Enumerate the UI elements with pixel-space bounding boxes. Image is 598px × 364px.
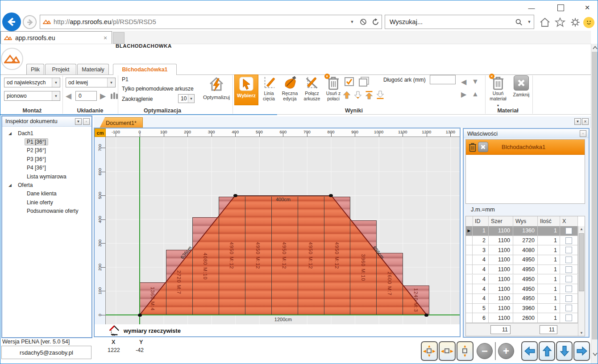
stop-icon[interactable] (357, 18, 369, 25)
optimize-button[interactable]: Optymalizuj (201, 74, 232, 105)
nudge-left-icon[interactable]: ◀ (461, 78, 466, 86)
select-tool-button[interactable]: Wybierz (234, 74, 258, 105)
doc-close-icon[interactable]: × (582, 118, 589, 125)
back-icon[interactable] (2, 12, 21, 31)
cut-line-button[interactable]: Linia cięcia (259, 74, 279, 105)
search-dropdown-icon[interactable]: ▼ (525, 20, 534, 24)
cell-wys[interactable]: 4950 (513, 284, 538, 294)
offset-right-arrow-icon[interactable]: ▶ (100, 91, 106, 101)
ribbon-tab-blachodachowka[interactable]: Blchodachówka1 (113, 64, 177, 75)
cell-szer[interactable]: 1100 (489, 265, 513, 274)
merge-sheets-button[interactable]: Połącz arkusze (301, 74, 323, 105)
cell-x[interactable] (560, 255, 578, 265)
page-scrollbar[interactable] (591, 44, 598, 364)
search-box[interactable]: Wyszukaj... ▼ (385, 15, 534, 29)
cell-wys[interactable]: 4950 (513, 294, 538, 303)
corner-node[interactable] (424, 314, 428, 317)
cell-ilość[interactable]: 1 (538, 313, 560, 323)
manual-edit-button[interactable]: Ręczna edycja (280, 74, 300, 105)
row-checkbox[interactable] (565, 314, 572, 321)
cell-ilość[interactable]: 1 (538, 226, 560, 236)
offset-left-arrow-icon[interactable]: ◀ (66, 91, 71, 101)
nudge-up-icon[interactable]: ▲ (472, 90, 479, 98)
table-scrollbar[interactable]: ▲▼ (578, 226, 585, 336)
row-checkbox[interactable] (565, 295, 572, 302)
cell-szer[interactable]: 1100 (489, 304, 513, 313)
pan-right-button[interactable] (573, 341, 590, 361)
checkbox-unchecked-icon[interactable] (358, 77, 369, 87)
table-row[interactable]: 4110049501 (466, 265, 578, 275)
home-icon[interactable] (539, 17, 551, 28)
cell-x[interactable] (560, 304, 578, 313)
pan-left-button[interactable] (521, 341, 538, 361)
scrollbar-thumb[interactable] (592, 52, 598, 339)
browser-tab[interactable]: app.rsroofs.eu × (0, 31, 112, 44)
rounding-select[interactable]: 10▼ (178, 94, 195, 103)
nudge-down-icon[interactable]: ▼ (472, 78, 479, 86)
cell-id[interactable]: 5 (473, 304, 489, 313)
cell-wys[interactable]: 4950 (513, 275, 538, 284)
cell-wys[interactable]: 2600 (513, 313, 538, 323)
settings-gear-icon[interactable] (569, 17, 581, 28)
corner-node[interactable] (233, 194, 237, 197)
tree-item-p4-36-[interactable]: P4 [36°] (2, 164, 91, 172)
url-bar[interactable]: http://app.rsroofs.eu/pl/RSD5/RSD5 ▼ (40, 15, 382, 29)
row-checkbox[interactable] (565, 237, 572, 244)
cell-szer[interactable]: 1100 (489, 275, 513, 284)
cell-wys[interactable]: 1360 (513, 226, 538, 236)
zoom-fit-height-button[interactable]: ▲▼ (457, 341, 473, 361)
cell-x[interactable] (560, 226, 578, 236)
material-trash-icon[interactable] (468, 142, 477, 153)
move-up-icon[interactable] (342, 91, 351, 99)
zoom-fit-width-button[interactable]: ◀▶ (439, 341, 456, 361)
url-dropdown-icon[interactable]: ▼ (347, 20, 357, 24)
close-icon[interactable]: × (582, 2, 593, 13)
move-down-icon[interactable] (353, 91, 362, 99)
tab-close-icon[interactable]: × (99, 34, 112, 41)
row-checkbox[interactable] (565, 276, 572, 282)
table-row[interactable]: 6110026001 (466, 313, 578, 323)
cell-x[interactable] (560, 313, 578, 323)
row-checkbox[interactable] (565, 228, 572, 234)
row-checkbox[interactable] (565, 305, 572, 311)
tree-item-dane-klienta[interactable]: Dane klienta (2, 190, 91, 198)
table-row[interactable]: 4110049501 (466, 275, 578, 285)
checkbox-checked-icon[interactable] (344, 77, 355, 87)
table-scrollbar-thumb[interactable] (579, 233, 584, 291)
cell-x[interactable] (560, 275, 578, 284)
cell-x[interactable] (560, 294, 578, 303)
row-checkbox[interactable] (565, 266, 572, 273)
close-material-button[interactable]: Zamknij (511, 74, 532, 105)
tree-expander-icon[interactable]: ◢ (8, 131, 16, 136)
cell-ilość[interactable]: 1 (538, 236, 560, 245)
cell-ilość[interactable]: 1 (538, 304, 560, 313)
minimize-icon[interactable]: — (526, 3, 537, 12)
cell-wys[interactable]: 4950 (513, 255, 538, 265)
ribbon-tab-projekt[interactable]: Projekt (45, 64, 76, 74)
direction-select[interactable]: pionowo▼ (4, 91, 60, 101)
cell-x[interactable] (560, 265, 578, 274)
remove-material-button[interactable]: × Usuń materiał ▼ (488, 74, 508, 105)
column-header-ilość[interactable]: Ilość (538, 216, 560, 226)
cell-id[interactable]: 4 (473, 255, 489, 265)
move-to-bottom-icon[interactable] (376, 91, 385, 99)
cell-id[interactable]: 4 (473, 275, 489, 284)
column-header-szer[interactable]: Szer (489, 216, 513, 226)
offset-input[interactable]: 0 (75, 91, 97, 101)
table-scroll-up-icon[interactable]: ▲ (578, 227, 585, 231)
cell-wys[interactable]: 4950 (513, 265, 538, 274)
row-checkbox[interactable] (565, 256, 572, 263)
pan-up-button[interactable] (539, 341, 555, 361)
sort-order-select[interactable]: od najwiekszych▼ (4, 78, 60, 87)
cell-id[interactable]: 2 (473, 236, 489, 245)
table-row[interactable]: 2110027201 (466, 236, 578, 246)
scroll-up-icon[interactable] (593, 46, 598, 50)
tree-item-dach1[interactable]: ◢Dach1 (2, 129, 91, 137)
tree-item-p3-36-[interactable]: P3 [36°] (2, 155, 91, 163)
cell-wys[interactable]: 4080 (513, 245, 538, 255)
scroll-down-icon[interactable] (593, 352, 598, 356)
cell-ilość[interactable]: 1 (538, 245, 560, 255)
cell-szer[interactable]: 1100 (489, 245, 513, 255)
column-header-id[interactable]: ID (473, 216, 489, 226)
column-header-x[interactable]: X (560, 216, 578, 226)
